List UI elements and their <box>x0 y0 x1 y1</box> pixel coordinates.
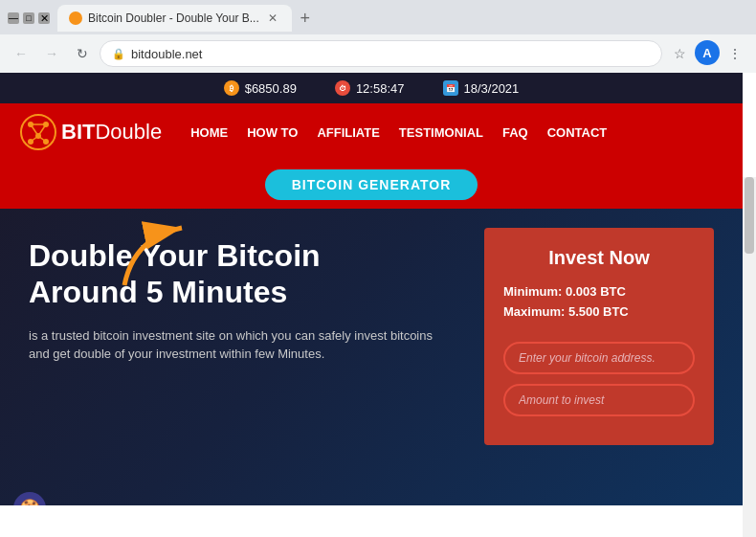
max-label: Maximum: 5.500 BTC <box>503 304 695 319</box>
profile-button[interactable]: A <box>695 40 720 65</box>
bitcoin-icon: ₿ <box>224 80 239 96</box>
logo-bit: BIT <box>61 120 95 144</box>
price-value: $6850.89 <box>245 81 297 96</box>
calendar-icon: 📅 <box>443 80 458 96</box>
restore-button[interactable]: □ <box>23 12 34 24</box>
btc-btn-row: BITCOIN GENERATOR <box>0 161 743 209</box>
clock-icon: ⏱ <box>335 80 350 96</box>
lock-icon: 🔒 <box>112 48 125 60</box>
cookie-badge[interactable]: 🍪 <box>13 492 46 505</box>
hero-left: Double Your Bitcoin Around 5 Minutes is … <box>0 209 484 383</box>
logo-icon <box>19 113 57 151</box>
address-bar: ← → ↻ 🔒 bitdouble.net ☆ A ⋮ <box>0 34 756 73</box>
bitcoin-generator-button[interactable]: BITCOIN GENERATOR <box>265 169 478 200</box>
svg-line-10 <box>31 136 38 142</box>
nav-testimonial[interactable]: TESTIMONIAL <box>399 125 483 140</box>
minimize-button[interactable]: — <box>8 12 19 24</box>
site-logo[interactable]: BITDouble <box>19 113 162 151</box>
price-ticker: ₿ $6850.89 <box>224 80 297 96</box>
cookie-icon: 🍪 <box>19 498 40 505</box>
nav-home[interactable]: HOME <box>190 125 228 140</box>
arrow-overlay <box>115 218 201 299</box>
forward-button[interactable]: → <box>38 40 65 67</box>
window-controls: — □ ✕ <box>8 12 50 24</box>
date-value: 18/3/2021 <box>464 81 520 96</box>
url-text: bitdouble.net <box>131 47 650 61</box>
amount-input[interactable] <box>503 384 695 416</box>
min-label: Minimum: 0.003 BTC <box>503 284 695 299</box>
tab-favicon <box>69 11 82 25</box>
invest-card: Invest Now Minimum: 0.003 BTC Maximum: 5… <box>484 228 714 445</box>
svg-point-0 <box>21 115 56 149</box>
navigation-bar: BITDouble HOME HOW TO AFFILIATE TESTIMON… <box>0 103 743 161</box>
tab-title: Bitcoin Doubler - Double Your B... <box>88 11 259 25</box>
nav-contact[interactable]: CONTACT <box>547 125 608 140</box>
time-value: 12:58:47 <box>356 81 405 96</box>
logo-text: BITDouble <box>61 120 162 145</box>
new-tab-button[interactable]: + <box>292 5 319 32</box>
svg-line-9 <box>38 136 46 142</box>
title-bar: — □ ✕ Bitcoin Doubler - Double Your B...… <box>0 0 756 34</box>
scrollbar[interactable] <box>743 177 756 537</box>
tab-close-button[interactable]: ✕ <box>265 11 280 26</box>
browser-tab[interactable]: Bitcoin Doubler - Double Your B... ✕ <box>57 5 292 32</box>
logo-double: Double <box>95 120 162 144</box>
browser-window: — □ ✕ Bitcoin Doubler - Double Your B...… <box>0 0 756 537</box>
nav-how-to[interactable]: HOW TO <box>247 125 298 140</box>
reload-button[interactable]: ↻ <box>69 40 96 67</box>
scrollbar-thumb[interactable] <box>745 177 754 254</box>
hero-title: Double Your Bitcoin Around 5 Minutes <box>29 237 456 311</box>
bitcoin-address-input[interactable] <box>503 342 695 374</box>
nav-affiliate[interactable]: AFFILIATE <box>317 125 379 140</box>
clock-ticker: ⏱ 12:58:47 <box>335 80 405 96</box>
website-content: ₿ $6850.89 ⏱ 12:58:47 📅 18/3/2021 <box>0 73 743 505</box>
content-area: ₿ $6850.89 ⏱ 12:58:47 📅 18/3/2021 <box>0 73 756 505</box>
nav-faq[interactable]: FAQ <box>502 125 528 140</box>
toolbar-icons: ☆ A ⋮ <box>666 40 748 67</box>
hero-subtitle: is a trusted bitcoin investment site on … <box>29 326 456 364</box>
close-button[interactable]: ✕ <box>38 12 50 24</box>
ticker-bar: ₿ $6850.89 ⏱ 12:58:47 📅 18/3/2021 <box>0 73 743 103</box>
back-button[interactable]: ← <box>8 40 34 67</box>
svg-line-7 <box>38 124 46 136</box>
bookmark-button[interactable]: ☆ <box>666 40 693 67</box>
svg-line-8 <box>31 124 38 136</box>
date-ticker: 📅 18/3/2021 <box>443 80 520 96</box>
hero-section: Double Your Bitcoin Around 5 Minutes is … <box>0 209 743 505</box>
nav-links: HOME HOW TO AFFILIATE TESTIMONIAL FAQ CO… <box>190 125 723 140</box>
menu-button[interactable]: ⋮ <box>722 40 748 67</box>
invest-title: Invest Now <box>503 247 695 269</box>
url-bar[interactable]: 🔒 bitdouble.net <box>100 40 662 67</box>
